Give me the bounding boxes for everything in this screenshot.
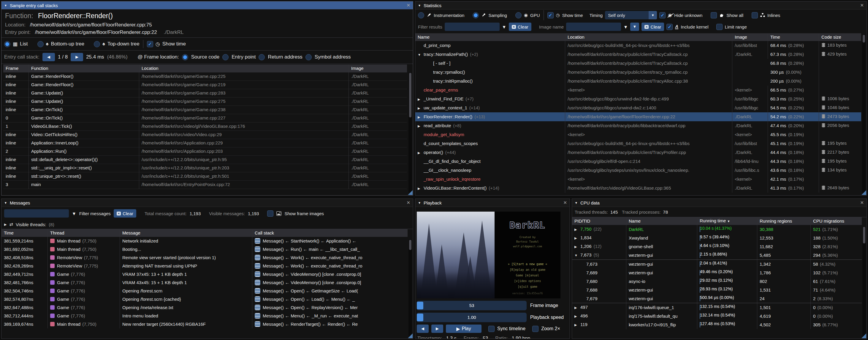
stats-row[interactable]: __GI_dl_find_dso_for_object /usr/src/deb…: [415, 157, 861, 166]
col-location[interactable]: Location: [139, 64, 349, 73]
message-row[interactable]: 381,692,052ns Main thread(7,750) Booting…: [1, 245, 408, 254]
cpu-thread-row[interactable]: ▶497 irq/176-iwlwifi:queue_1 132.15 ms (…: [572, 303, 862, 312]
calls-scroll-thumb[interactable]: [409, 73, 411, 117]
message-row[interactable]: 382,408,518ns RemoteView(7,775) Remote v…: [1, 254, 408, 262]
call-stack-row[interactable]: inline Game::Update() /home/wolf/darkrl/…: [3, 97, 407, 106]
panel-title-bar[interactable]: ▼ Messages ✕: [1, 199, 413, 207]
col-frame[interactable]: Frame: [3, 64, 29, 73]
resize-grip[interactable]: [862, 334, 866, 338]
stats-row[interactable]: ▶VideoGLBase::RenderContent()(+14) /home…: [415, 184, 861, 193]
funnel-icon[interactable]: ▼: [623, 24, 628, 29]
message-row[interactable]: 382,647,488ns Game(7,776) Opening /meta/…: [1, 304, 408, 312]
cpu-thread-row[interactable]: 7,680 async-io 29.02 ms (0.12%) 802 61(7…: [572, 277, 862, 286]
call-stack-row[interactable]: inline Application::InnerLoop() /home/wo…: [3, 139, 407, 147]
sampling-radio[interactable]: [473, 12, 479, 19]
stats-row[interactable]: ▶_Unwind_Find_FDE(+7) /usr/src/debug/gcc…: [415, 94, 861, 104]
message-row[interactable]: 382,712,444ns Game(7,776) Intro menu loa…: [1, 312, 408, 320]
message-row[interactable]: 382,574,807ns Game(7,776) Opening /fores…: [1, 295, 408, 304]
show-time-checkbox[interactable]: ✓: [548, 12, 554, 19]
expand-icon[interactable]: ▶: [418, 95, 424, 104]
col-pid-tid[interactable]: PID/TID: [572, 217, 626, 225]
collapse-icon[interactable]: ▼: [4, 4, 7, 7]
col-message[interactable]: Message: [120, 229, 252, 237]
col-function[interactable]: Function: [29, 64, 139, 73]
call-stack-icon[interactable]: [255, 238, 260, 244]
panel-title-bar[interactable]: ▼ Playback ✕: [415, 199, 570, 207]
col-image[interactable]: Image: [349, 64, 407, 73]
show-time-checkbox[interactable]: ✓: [147, 41, 153, 47]
call-stack-cell[interactable]: Message() ← Open() ← Load() ← Menu() ← _: [252, 295, 408, 304]
col-running-regions[interactable]: Running regions: [757, 217, 811, 225]
call-stack-cell[interactable]: Message() ← StartNetwork() ← Application…: [252, 237, 408, 245]
clear-filter-button[interactable]: ✕Clear: [509, 23, 531, 31]
timing-dropdown[interactable]: Self only ▼: [605, 11, 657, 19]
call-stack-row[interactable]: 3 main /home/wolf/darkrl/src/EntryPointP…: [3, 180, 407, 189]
call-stack-row[interactable]: inline std::unique_ptr<>::reset() /usr/i…: [3, 172, 407, 180]
expand-icon[interactable]: ▶: [418, 148, 424, 157]
call-stack-cell[interactable]: Message() ← Open() ← ReplayVersion() ← M…: [252, 304, 408, 312]
call-stack-row[interactable]: 2 Application::Run() /home/wolf/darkrl/s…: [3, 147, 407, 155]
message-row[interactable]: 382,428,269ns RemoteView(7,775) Attempti…: [1, 262, 408, 270]
image-history-dropdown[interactable]: ▼: [630, 23, 639, 31]
cpu-thread-row[interactable]: 7,673 wezterm-gui 2.04 s (8.41%) 1,342 5…: [572, 259, 862, 268]
call-stack-cell[interactable]: Message() ← Open() ← GetImageSize ← Load…: [252, 287, 408, 295]
stats-row[interactable]: __GI__clock_nanosleep /usr/src/debug/gli…: [415, 166, 861, 175]
expand-icon[interactable]: ▶: [575, 243, 580, 251]
top-down-tree-radio[interactable]: [94, 41, 100, 47]
call-stack-icon[interactable]: [255, 280, 260, 285]
message-filter-input[interactable]: [4, 209, 69, 218]
col-cpu-migrations[interactable]: CPU migrations: [811, 217, 862, 225]
resize-grip[interactable]: [862, 190, 866, 195]
col-time[interactable]: Time: [768, 33, 819, 41]
cpu-thread-row[interactable]: ▶7,750(22) DarkRL 10.04 s (41.37%) 30,38…: [572, 225, 862, 234]
cpu-thread-row[interactable]: 7,688 wezterm-gui 28.93 ms (0.12%) 1,531…: [572, 286, 862, 294]
collapse-icon[interactable]: ▼: [418, 4, 421, 7]
col-code-size[interactable]: Code size: [819, 33, 861, 41]
expand-icon[interactable]: ▼: [575, 251, 580, 260]
frame-image-slider[interactable]: 53: [417, 301, 527, 310]
close-icon[interactable]: ✕: [406, 3, 410, 8]
call-stack-cell[interactable]: Message() ← Work() ← execute_native_thre…: [252, 254, 408, 262]
show-frame-images-checkbox[interactable]: [267, 210, 273, 217]
call-stack-icon[interactable]: [255, 313, 260, 319]
calls-scrollbar[interactable]: [408, 72, 412, 194]
close-icon[interactable]: ✕: [860, 3, 864, 8]
col-image[interactable]: Image: [732, 33, 768, 41]
col-name[interactable]: Name: [626, 217, 697, 225]
funnel-icon[interactable]: ▼: [72, 211, 76, 216]
zoom-2x-checkbox[interactable]: [532, 326, 538, 332]
cpu-scrollbar[interactable]: [862, 226, 866, 337]
expand-icon[interactable]: ▶: [418, 184, 424, 193]
cpu-thread-row[interactable]: ▶119 kworker/u17:0+i915_flip 127.48 ms (…: [572, 320, 862, 329]
panel-title-bar[interactable]: ▼ Statistics ✕: [415, 1, 867, 9]
call-stack-icon[interactable]: [255, 263, 260, 269]
call-stack-cell[interactable]: Message() ← Menu() ← _M_run ← execute_na…: [252, 312, 408, 320]
prev-stack-button[interactable]: ◀: [42, 53, 55, 61]
stats-row[interactable]: tracy::rpmalloc() /home/wolf/darkrl/cont…: [415, 68, 861, 77]
call-stack-icon[interactable]: [255, 305, 260, 310]
collapse-icon[interactable]: ▼: [418, 201, 421, 204]
call-stack-cell[interactable]: Message() ← VideoMemory() [clone .constp…: [252, 279, 408, 287]
inlines-checkbox[interactable]: [752, 12, 758, 19]
call-stack-cell[interactable]: Message() ← Work() ← execute_native_thre…: [252, 262, 408, 270]
cpu-thread-row[interactable]: ▼7,673(5) wezterm-gui 2.15 s (8.86%) 5,4…: [572, 251, 862, 259]
call-stack-row[interactable]: 0 Game::OnTick() /home/wolf/darkrl/src/g…: [3, 114, 407, 122]
col-call-stack[interactable]: Call stack: [252, 229, 408, 237]
next-stack-button[interactable]: ▶: [71, 53, 83, 61]
call-stack-row[interactable]: 1 VideoGLBase::Tick() /home/wolf/darkrl/…: [3, 122, 407, 131]
expand-icon[interactable]: ▶: [418, 113, 424, 121]
prev-frame-button[interactable]: ◀: [417, 324, 429, 333]
playback-speed-slider[interactable]: 1.00: [417, 313, 527, 322]
call-stack-row[interactable]: inline Game::Update() /home/wolf/darkrl/…: [3, 89, 407, 97]
cpu-thread-row[interactable]: ▶1,834 Xwayland 9.57 s (39.44%) 12,553 1…: [572, 234, 862, 242]
filter-results-input[interactable]: [445, 23, 500, 31]
close-icon[interactable]: ✕: [563, 200, 567, 205]
resize-grip[interactable]: [408, 190, 413, 195]
source-code-radio[interactable]: [182, 54, 188, 60]
panel-title-bar[interactable]: ▼ CPU data ✕: [572, 199, 867, 207]
cpu-scroll-thumb[interactable]: [863, 227, 865, 244]
clear-messages-button[interactable]: ✕Clear: [114, 209, 136, 218]
visible-threads-row[interactable]: ▶ ⇄ Visible threads: (8): [1, 220, 413, 229]
expand-icon[interactable]: ▶: [575, 225, 580, 234]
expand-icon[interactable]: ▶: [575, 304, 580, 312]
